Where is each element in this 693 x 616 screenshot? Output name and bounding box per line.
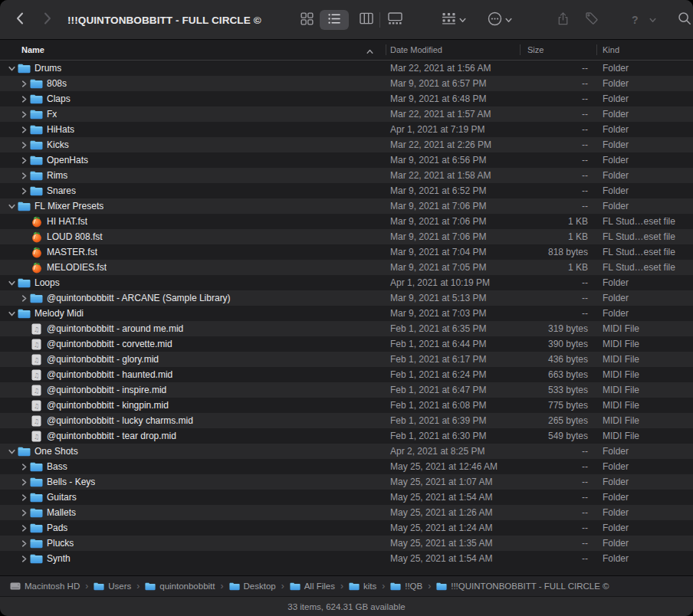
disclosure-chevron-icon[interactable]: [6, 448, 18, 455]
table-row[interactable]: Bells - Keys May 25, 2021 at 1:07 AM -- …: [0, 474, 693, 490]
table-row[interactable]: ♫ @quintonbobbitt - corvette.mid Feb 1, …: [0, 336, 693, 352]
column-header-kind[interactable]: Kind: [603, 40, 619, 60]
table-row[interactable]: Guitars May 25, 2021 at 1:54 AM -- Folde…: [0, 490, 693, 505]
table-row[interactable]: Bass May 25, 2021 at 12:46 AM -- Folder: [0, 459, 693, 474]
disclosure-chevron-icon[interactable]: [18, 525, 30, 532]
name-cell: Synth: [0, 552, 386, 565]
disclosure-chevron-icon[interactable]: [18, 111, 30, 118]
icon-view-button[interactable]: [297, 0, 316, 40]
folder-icon: [30, 552, 43, 565]
column-header-size[interactable]: Size: [527, 40, 544, 60]
file-name: Bells - Keys: [47, 477, 95, 487]
file-kind: Folder: [596, 293, 693, 303]
table-row[interactable]: @quintonbobbitt - ARCANE (Sample Library…: [0, 290, 693, 306]
table-row[interactable]: ♫ @quintonbobbitt - lucky charms.mid Feb…: [0, 413, 693, 428]
column-separator[interactable]: [596, 44, 597, 55]
file-kind: MIDI File: [596, 323, 693, 334]
table-row[interactable]: HI HAT.fst Mar 9, 2021 at 7:06 PM 1 KB F…: [0, 214, 693, 229]
disclosure-chevron-icon[interactable]: [18, 295, 30, 302]
table-row[interactable]: HiHats Apr 1, 2021 at 7:19 PM -- Folder: [0, 122, 693, 137]
name-cell: ♫ @quintonbobbitt - around me.mid: [0, 323, 386, 335]
table-row[interactable]: Snares Mar 9, 2021 at 6:52 PM -- Folder: [0, 183, 693, 198]
path-item[interactable]: kits: [349, 582, 376, 591]
disclosure-chevron-icon[interactable]: [18, 540, 30, 547]
table-row[interactable]: Melody Midi Mar 9, 2021 at 7:03 PM -- Fo…: [0, 306, 693, 321]
table-row[interactable]: Synth May 25, 2021 at 1:54 AM -- Folder: [0, 551, 693, 566]
table-row[interactable]: Mallets May 25, 2021 at 1:26 AM -- Folde…: [0, 505, 693, 520]
table-row[interactable]: Plucks May 25, 2021 at 1:35 AM -- Folder: [0, 536, 693, 551]
column-separator[interactable]: [386, 44, 386, 55]
column-header-name[interactable]: Name: [21, 40, 44, 60]
disclosure-chevron-icon[interactable]: [18, 555, 30, 562]
table-row[interactable]: Fx Mar 22, 2021 at 1:57 AM -- Folder: [0, 106, 693, 122]
table-row[interactable]: OpenHats Mar 9, 2021 at 6:56 PM -- Folde…: [0, 152, 693, 168]
disclosure-chevron-icon[interactable]: [6, 280, 18, 287]
file-size: 549 bytes: [520, 431, 596, 441]
disclosure-chevron-icon[interactable]: [18, 494, 30, 501]
disclosure-chevron-icon[interactable]: [18, 172, 30, 179]
table-row[interactable]: LOUD 808.fst Mar 9, 2021 at 7:06 PM 1 KB…: [0, 229, 693, 244]
name-cell: Rims: [0, 169, 386, 182]
forward-button[interactable]: [38, 0, 57, 40]
share-button[interactable]: [553, 0, 572, 40]
file-name: @quintonbobbitt - kingpin.mid: [47, 400, 169, 411]
disclosure-chevron-icon[interactable]: [18, 510, 30, 516]
path-item[interactable]: Macintosh HD: [10, 582, 80, 591]
disclosure-chevron-icon[interactable]: [6, 203, 18, 210]
table-row[interactable]: Rims Mar 22, 2021 at 1:58 AM -- Folder: [0, 168, 693, 183]
table-row[interactable]: Pads May 25, 2021 at 1:24 AM -- Folder: [0, 520, 693, 536]
path-item[interactable]: Users: [94, 582, 131, 591]
column-separator[interactable]: [520, 44, 521, 55]
search-button[interactable]: [676, 0, 693, 40]
column-view-button[interactable]: [356, 0, 376, 40]
disclosure-chevron-icon[interactable]: [18, 479, 30, 486]
gallery-view-button[interactable]: [384, 0, 406, 40]
file-kind: Folder: [596, 201, 693, 211]
disclosure-chevron-icon[interactable]: [18, 80, 30, 87]
table-row[interactable]: MELODIES.fst Mar 9, 2021 at 7:05 PM 1 KB…: [0, 260, 693, 275]
table-row[interactable]: ♫ @quintonbobbitt - kingpin.mid Feb 1, 2…: [0, 398, 693, 413]
path-item[interactable]: quintonbobbitt: [145, 582, 215, 591]
table-row[interactable]: ♫ @quintonbobbitt - inspire.mid Feb 1, 2…: [0, 382, 693, 398]
table-row[interactable]: ♫ @quintonbobbitt - tear drop.mid Feb 1,…: [0, 428, 693, 444]
fl-studio-preset-icon: [30, 231, 43, 243]
svg-text:♫: ♫: [34, 340, 40, 348]
tag-icon: [585, 11, 599, 28]
column-header-date-modified[interactable]: Date Modified: [390, 40, 442, 60]
disclosure-chevron-icon[interactable]: [18, 126, 30, 133]
date-modified: Mar 9, 2021 at 7:04 PM: [386, 247, 520, 257]
help-menu-button[interactable]: ?: [632, 0, 656, 40]
folder-icon: [30, 169, 43, 182]
path-item[interactable]: !!QB: [390, 582, 422, 591]
path-item[interactable]: All Files: [290, 582, 335, 591]
table-row[interactable]: Kicks Mar 22, 2021 at 2:26 PM -- Folder: [0, 137, 693, 152]
path-item[interactable]: Desktop: [229, 582, 276, 591]
table-row[interactable]: Claps Mar 9, 2021 at 6:48 PM -- Folder: [0, 91, 693, 106]
back-button[interactable]: [10, 0, 30, 40]
search-icon: [678, 11, 691, 28]
disclosure-chevron-icon[interactable]: [18, 464, 30, 470]
table-row[interactable]: 808s Mar 9, 2021 at 6:57 PM -- Folder: [0, 76, 693, 91]
table-row[interactable]: Drums Mar 22, 2021 at 1:56 AM -- Folder: [0, 61, 693, 76]
tag-button[interactable]: [583, 0, 601, 40]
table-row[interactable]: Loops Apr 1, 2021 at 10:19 PM -- Folder: [0, 275, 693, 290]
list-view-button[interactable]: [320, 10, 349, 30]
table-row[interactable]: ♫ @quintonbobbitt - around me.mid Feb 1,…: [0, 321, 693, 336]
disclosure-chevron-icon[interactable]: [6, 310, 18, 317]
path-item[interactable]: !!!QUINTONBOBBITT - FULL CIRCLE ©: [436, 582, 609, 591]
file-kind: MIDI File: [596, 415, 693, 426]
disclosure-chevron-icon[interactable]: [18, 142, 30, 149]
file-name: Pads: [47, 523, 67, 533]
more-actions-button[interactable]: [488, 0, 512, 40]
disclosure-chevron-icon[interactable]: [18, 157, 30, 164]
disclosure-chevron-icon[interactable]: [18, 96, 30, 103]
table-row[interactable]: One Shots Apr 2, 2021 at 8:25 PM -- Fold…: [0, 444, 693, 459]
disclosure-chevron-icon[interactable]: [18, 188, 30, 195]
file-name: Guitars: [47, 492, 77, 503]
disclosure-chevron-icon[interactable]: [6, 65, 18, 72]
group-menu-button[interactable]: [442, 0, 466, 40]
table-row[interactable]: FL Mixer Presets Mar 9, 2021 at 7:06 PM …: [0, 198, 693, 214]
table-row[interactable]: MASTER.fst Mar 9, 2021 at 7:04 PM 818 by…: [0, 244, 693, 260]
table-row[interactable]: ♫ @quintonbobbitt - haunted.mid Feb 1, 2…: [0, 367, 693, 382]
table-row[interactable]: ♫ @quintonbobbitt - glory.mid Feb 1, 202…: [0, 352, 693, 367]
